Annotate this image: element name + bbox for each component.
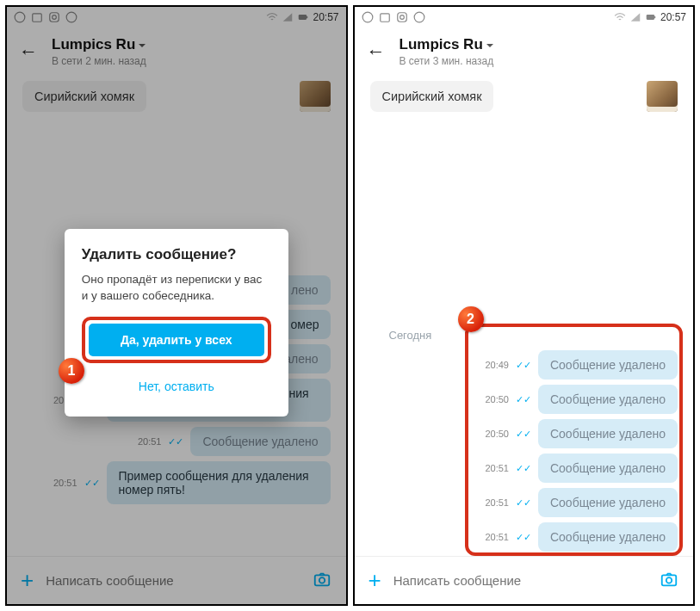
read-ticks-icon: ✓✓ — [516, 497, 531, 509]
svg-point-4 — [66, 12, 77, 22]
confirm-delete-button[interactable]: Да, удалить у всех — [89, 324, 264, 356]
add-button[interactable]: + — [21, 567, 34, 594]
compose-input[interactable] — [46, 573, 299, 588]
read-ticks-icon: ✓✓ — [516, 463, 531, 474]
svg-point-12 — [400, 15, 404, 20]
wifi-icon — [266, 11, 278, 23]
delete-dialog: Удалить сообщение? Оно пропадёт из переп… — [65, 229, 288, 417]
message-bubble[interactable]: Сообщение удалено — [190, 427, 330, 456]
svg-point-17 — [666, 577, 672, 583]
svg-rect-16 — [662, 575, 677, 585]
incoming-text: Сирийский хомяк — [370, 81, 494, 112]
highlight-box-1: Да, удалить у всех — [82, 317, 271, 363]
back-button[interactable]: ← — [367, 40, 386, 63]
svg-rect-2 — [50, 13, 59, 22]
svg-rect-6 — [307, 16, 308, 18]
message-row: 20:51 ✓✓ Сообщение удалено — [370, 488, 678, 517]
read-ticks-icon: ✓✓ — [84, 478, 100, 489]
shazam-icon — [413, 11, 425, 23]
message-time: 20:50 — [485, 429, 509, 439]
svg-rect-15 — [654, 16, 655, 18]
message-row: 20:51 ✓✓ Сообщение удалено — [370, 454, 678, 483]
svg-rect-11 — [397, 13, 406, 22]
message-time: 20:51 — [485, 497, 509, 508]
compose-bar: + — [355, 556, 694, 604]
status-bar: 20:57 — [355, 7, 694, 28]
phone-left: 20:57 ← Lumpics Ru В сети 2 мин. назад С… — [5, 5, 348, 606]
dialog-title: Удалить сообщение? — [82, 246, 271, 263]
instagram-icon — [396, 11, 408, 23]
message-row: 20:50 ✓✓ Сообщение удалено — [370, 419, 678, 448]
svg-rect-7 — [314, 575, 329, 585]
message-bubble[interactable]: Сообщение удалено — [538, 350, 678, 380]
message-row: 20:49 ✓✓ Сообщение удалено — [370, 350, 678, 380]
contact-avatar[interactable] — [300, 81, 331, 112]
chat-header: ← Lumpics Ru В сети 3 мин. назад — [355, 28, 694, 76]
svg-point-9 — [362, 12, 373, 22]
read-ticks-icon: ✓✓ — [168, 436, 183, 447]
svg-point-3 — [53, 15, 57, 20]
message-bubble[interactable]: Сообщение удалено — [538, 385, 678, 414]
read-ticks-icon: ✓✓ — [516, 532, 531, 543]
contact-name[interactable]: Lumpics Ru — [52, 36, 334, 53]
message-row: 20:51 ✓✓ Сообщение удалено — [370, 522, 678, 552]
contact-status: В сети 2 мин. назад — [52, 55, 334, 67]
battery-icon — [645, 11, 657, 23]
camera-button[interactable] — [659, 570, 679, 592]
compose-bar: + — [7, 556, 346, 604]
opera-icon — [362, 11, 374, 23]
shazam-icon — [65, 11, 77, 23]
contact-name[interactable]: Lumpics Ru — [400, 36, 682, 53]
message-bubble[interactable]: Сообщение удалено — [538, 454, 678, 483]
message-bubble[interactable]: Сообщение удалено — [538, 488, 678, 517]
message-time: 20:50 — [485, 394, 509, 404]
read-ticks-icon: ✓✓ — [516, 429, 531, 440]
svg-point-0 — [15, 12, 25, 22]
message-time: 20:49 — [485, 360, 509, 370]
instagram-icon — [48, 11, 60, 23]
read-ticks-icon: ✓✓ — [516, 360, 531, 371]
incoming-message: Сирийский хомяк — [370, 81, 678, 112]
message-bubble[interactable]: Пример сообщения для удаления номер пять… — [107, 461, 331, 504]
svg-rect-14 — [647, 15, 654, 20]
day-separator: Сегодня — [370, 329, 678, 342]
battery-icon — [297, 11, 309, 23]
message-row: 20:50 ✓✓ Сообщение удалено — [370, 385, 678, 414]
message-row: 20:51 ✓✓ Сообщение удалено — [22, 427, 331, 456]
svg-point-8 — [319, 577, 324, 583]
camera-button[interactable] — [312, 570, 332, 592]
opera-icon — [14, 11, 26, 23]
contact-avatar[interactable] — [647, 81, 678, 112]
clock: 20:57 — [313, 11, 338, 23]
dialog-body: Оно пропадёт из переписки у вас и у ваше… — [82, 272, 271, 305]
svg-rect-5 — [299, 15, 307, 20]
message-bubble[interactable]: Сообщение удалено — [538, 419, 678, 448]
wifi-icon — [614, 11, 626, 23]
message-time: 20:51 — [485, 532, 509, 542]
message-row: 20:51 ✓✓ Пример сообщения для удаления н… — [22, 461, 331, 504]
svg-rect-1 — [33, 14, 42, 22]
phone-right: 20:57 ← Lumpics Ru В сети 3 мин. назад С… — [353, 5, 696, 606]
step-marker-1: 1 — [59, 358, 84, 384]
cancel-delete-button[interactable]: Нет, оставить — [82, 370, 271, 403]
calendar-icon — [31, 11, 43, 23]
message-bubble[interactable]: Сообщение удалено — [538, 522, 678, 552]
clock: 20:57 — [660, 11, 686, 23]
compose-input[interactable] — [393, 573, 647, 588]
step-marker-2: 2 — [458, 306, 484, 332]
contact-status: В сети 3 мин. назад — [400, 55, 682, 67]
message-time: 20:51 — [53, 478, 77, 488]
incoming-message: Сирийский хомяк — [22, 81, 331, 112]
message-time: 20:51 — [485, 463, 509, 473]
chat-header: ← Lumpics Ru В сети 2 мин. назад — [7, 28, 346, 76]
incoming-text: Сирийский хомяк — [22, 81, 146, 112]
read-ticks-icon: ✓✓ — [516, 394, 531, 405]
back-button[interactable]: ← — [19, 40, 38, 63]
signal-icon — [282, 11, 294, 23]
svg-rect-10 — [380, 14, 389, 22]
message-time: 20:51 — [138, 436, 162, 447]
add-button[interactable]: + — [369, 567, 381, 594]
signal-icon — [629, 11, 641, 23]
chat-area: Сирийский хомяк Сегодня 20:49 ✓✓ Сообщен… — [355, 76, 694, 556]
calendar-icon — [379, 11, 391, 23]
